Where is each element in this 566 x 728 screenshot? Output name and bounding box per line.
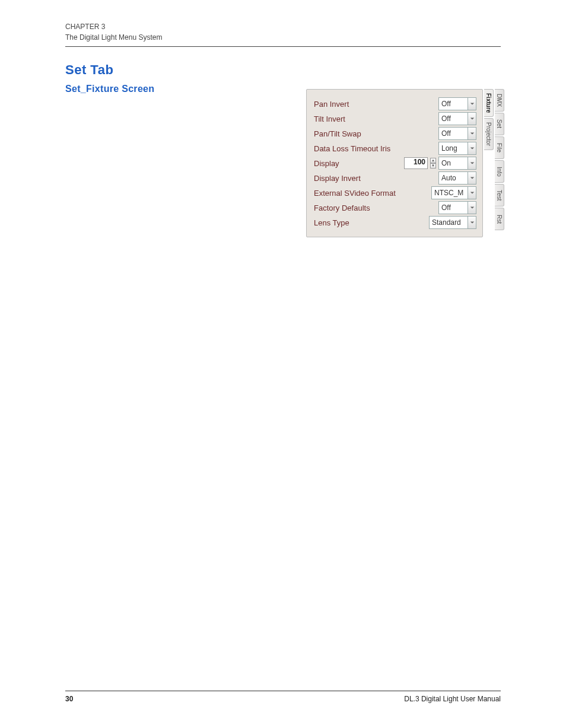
- setting-row: Pan/Tilt SwapOff: [314, 127, 476, 140]
- subtab-column: FixtureProjector: [484, 89, 494, 231]
- setting-dropdown[interactable]: NTSC_M: [431, 186, 476, 199]
- dropdown-value[interactable]: Long: [438, 142, 468, 155]
- setting-row: External SVideo FormatNTSC_M: [314, 186, 476, 199]
- setting-dropdown[interactable]: On: [438, 157, 476, 170]
- setting-label: Pan/Tilt Swap: [314, 129, 438, 138]
- tab-set[interactable]: Set: [495, 113, 504, 135]
- dropdown-value[interactable]: On: [438, 157, 468, 170]
- dropdown-value[interactable]: Auto: [438, 171, 468, 185]
- tab-test[interactable]: Test: [495, 184, 504, 206]
- dropdown-value[interactable]: Standard: [429, 216, 468, 229]
- dropdown-value[interactable]: NTSC_M: [431, 186, 468, 199]
- setting-label: Pan Invert: [314, 100, 438, 109]
- chevron-down-icon[interactable]: [468, 127, 476, 140]
- tab-info[interactable]: Info: [495, 160, 504, 183]
- setting-dropdown[interactable]: Off: [438, 97, 476, 110]
- setting-dropdown[interactable]: Off: [438, 127, 476, 140]
- setting-dropdown[interactable]: Standard: [429, 216, 476, 229]
- chevron-down-icon[interactable]: [468, 112, 476, 125]
- page-footer: 30 DL.3 Digital Light User Manual: [65, 691, 501, 703]
- setting-label: Factory Defaults: [314, 204, 438, 212]
- setting-label: Lens Type: [314, 218, 429, 227]
- setting-dropdown[interactable]: Auto: [438, 171, 476, 185]
- setting-label: Display Invert: [314, 174, 438, 183]
- setting-row: Factory DefaultsOff: [314, 201, 476, 214]
- chapter-sub: The Digital Light Menu System: [65, 32, 501, 43]
- setting-dropdown[interactable]: Off: [438, 201, 476, 214]
- fixture-screenshot: Pan InvertOffTilt InvertOffPan/Tilt Swap…: [306, 89, 504, 237]
- settings-panel: Pan InvertOffTilt InvertOffPan/Tilt Swap…: [306, 89, 483, 237]
- setting-dropdown[interactable]: Off: [438, 112, 476, 125]
- subtab-fixture[interactable]: Fixture: [484, 89, 494, 117]
- section-title: Set Tab: [65, 62, 501, 78]
- setting-row: Display InvertAuto: [314, 171, 476, 185]
- chevron-down-icon[interactable]: [468, 186, 476, 199]
- setting-dropdown[interactable]: Long: [438, 142, 476, 155]
- setting-label: Data Loss Timeout Iris: [314, 144, 438, 153]
- dropdown-value[interactable]: Off: [438, 112, 468, 125]
- setting-label: Tilt Invert: [314, 115, 438, 123]
- chapter-header: CHAPTER 3 The Digital Light Menu System: [65, 21, 501, 47]
- setting-row: Pan InvertOff: [314, 97, 476, 110]
- dropdown-value[interactable]: Off: [438, 97, 468, 110]
- tab-file[interactable]: File: [495, 136, 504, 159]
- dropdown-value[interactable]: Off: [438, 127, 468, 140]
- chevron-down-icon[interactable]: [468, 157, 476, 170]
- tab-dmx[interactable]: DMX: [495, 89, 504, 112]
- doc-title: DL.3 Digital Light User Manual: [404, 695, 501, 703]
- setting-label: Display: [314, 159, 404, 168]
- tab-rst[interactable]: Rst: [495, 208, 504, 230]
- subtab-projector[interactable]: Projector: [484, 118, 494, 150]
- chevron-down-icon[interactable]: [468, 97, 476, 110]
- setting-label: External SVideo Format: [314, 189, 431, 198]
- setting-row: Data Loss Timeout IrisLong: [314, 142, 476, 155]
- display-brightness-input[interactable]: 100: [404, 157, 428, 169]
- spinner-buttons[interactable]: ▲▼: [430, 158, 436, 169]
- chapter-line: CHAPTER 3: [65, 21, 501, 32]
- dropdown-value[interactable]: Off: [438, 201, 468, 214]
- chevron-down-icon[interactable]: [468, 171, 476, 185]
- chevron-down-icon[interactable]: [468, 201, 476, 214]
- tab-column: DMXSetFileInfoTestRst: [495, 89, 504, 231]
- setting-row: Lens TypeStandard: [314, 216, 476, 229]
- chevron-down-icon[interactable]: [468, 142, 476, 155]
- chevron-down-icon[interactable]: [468, 216, 476, 229]
- page-number: 30: [65, 695, 73, 703]
- setting-row: Display100▲▼On: [314, 157, 476, 170]
- setting-row: Tilt InvertOff: [314, 112, 476, 125]
